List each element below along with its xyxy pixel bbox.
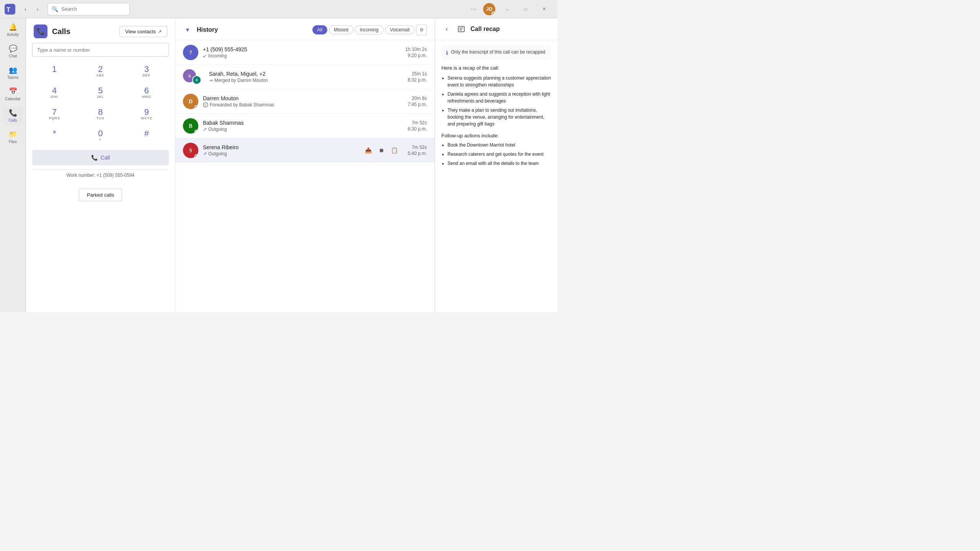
notes-icon: 📋 <box>391 147 398 154</box>
dial-key-5[interactable]: 5 JKL <box>78 83 122 103</box>
history-item[interactable]: ? +1 (509) 555-4925 ↙ Incoming 1h 10m 2s… <box>175 40 434 65</box>
avatar-stack: D <box>183 94 198 109</box>
dial-key-2[interactable]: 2 ABC <box>78 61 122 81</box>
history-item-meta: 7m 52s 5:40 p.m. <box>408 145 427 156</box>
sidebar: 🔔 Activity 💬 Chat 👥 Teams 📅 Calendar 📞 C… <box>0 18 26 312</box>
history-item-info: Babak Shammas ↗ Outgoing <box>203 120 403 132</box>
history-item[interactable]: D Darren Mouton F Forwa <box>175 89 434 114</box>
filter-options-button[interactable]: ⚙ <box>416 24 427 35</box>
more-options-button[interactable]: ··· <box>468 3 480 15</box>
history-item-meta: 20m 8s 7:45 p.m. <box>408 96 427 107</box>
dial-key-3[interactable]: 3 DEF <box>124 61 169 81</box>
dial-key-7[interactable]: 7 PQRS <box>32 104 77 124</box>
sidebar-item-files[interactable]: 📁 Files <box>3 127 23 147</box>
recap-back-button[interactable]: ‹ <box>441 24 452 34</box>
outgoing-icon: ↗ <box>203 151 207 156</box>
call-button-icon: 📞 <box>91 155 98 161</box>
calendar-icon: 📅 <box>9 87 17 96</box>
history-item[interactable]: S R Sarah, Reta, Miguel, +2 ⇒ Merged <box>175 65 434 89</box>
search-input[interactable] <box>61 6 126 12</box>
dial-key-8[interactable]: 8 TUV <box>78 104 122 124</box>
dial-key-star[interactable]: * <box>32 126 77 145</box>
dial-key-0[interactable]: 0 + <box>78 126 122 145</box>
sidebar-item-teams[interactable]: 👥 Teams <box>3 63 23 83</box>
outgoing-icon: ↗ <box>203 127 207 132</box>
sidebar-item-activity[interactable]: 🔔 Activity <box>3 20 23 40</box>
svg-text:?: ? <box>189 50 192 55</box>
sidebar-item-calendar[interactable]: 📅 Calendar <box>3 84 23 104</box>
recap-title: Call recap <box>470 26 500 33</box>
filter-tab-missed[interactable]: Missed <box>329 25 353 34</box>
history-item-sub: ↗ Outgoing <box>203 127 403 132</box>
svg-text:F: F <box>204 103 206 106</box>
recap-button[interactable]: ⏺ <box>376 145 387 156</box>
sidebar-item-chat[interactable]: 💬 Chat <box>3 41 23 61</box>
teams-icon: 👥 <box>9 66 17 74</box>
list-item: Book the Downtown Marriot hotel <box>448 142 551 148</box>
svg-text:D: D <box>189 99 193 104</box>
dial-key-9[interactable]: 9 WXYZ <box>124 104 169 124</box>
view-contacts-label: View contacts <box>125 29 156 34</box>
history-time: 6:30 p.m. <box>408 126 427 132</box>
history-time: 5:40 p.m. <box>408 151 427 156</box>
search-bar: 🔍 <box>47 3 130 15</box>
call-sub-label: Outgoing <box>208 127 227 132</box>
back-button[interactable]: ‹ <box>20 4 31 15</box>
nav-arrows: ‹ › <box>20 4 43 15</box>
sidebar-teams-label: Teams <box>7 75 18 80</box>
avatar-stack: S R <box>183 69 201 85</box>
list-item: Research caterers and get quotes for the… <box>448 151 551 158</box>
svg-text:S: S <box>188 73 191 78</box>
recap-followup-title: Follow-up actions include: <box>441 133 551 139</box>
notes-button[interactable]: 📋 <box>389 145 400 156</box>
dialpad: 1 2 ABC 3 DEF 4 GHI 5 JKL <box>32 61 169 145</box>
sidebar-calls-label: Calls <box>8 118 17 122</box>
history-item-active[interactable]: S Serena Ribeiro ↗ Outgoing 📤 <box>175 138 434 163</box>
svg-text:R: R <box>196 78 198 82</box>
teams-logo-icon: T <box>5 4 15 15</box>
maximize-button[interactable]: □ <box>517 3 534 15</box>
history-duration: 25m 1s <box>408 71 427 77</box>
forward-button[interactable]: › <box>32 4 43 15</box>
history-item-sub: ⇒ Merged by Darren Mouton <box>209 78 403 83</box>
merged-icon: ⇒ <box>209 78 213 83</box>
history-item-name: Babak Shammas <box>203 120 403 126</box>
dial-key-4[interactable]: 4 GHI <box>32 83 77 103</box>
title-bar-left: T ‹ › 🔍 <box>5 3 130 15</box>
history-toggle-button[interactable]: ▼ <box>183 25 192 34</box>
dial-key-6[interactable]: 6 MNO <box>124 83 169 103</box>
recap-summary-list: Serena suggests planning a customer appr… <box>441 75 551 127</box>
call-back-button[interactable]: 📤 <box>363 145 374 156</box>
svg-text:S: S <box>189 148 192 153</box>
view-contacts-button[interactable]: View contacts ↗ <box>119 26 167 37</box>
recap-header-icon <box>456 24 467 34</box>
filter-tab-voicemail[interactable]: Voicemail <box>385 25 415 34</box>
work-number-text: Work number: +1 (509) 555-0594 <box>67 173 135 178</box>
history-time: 9:20 p.m. <box>405 53 427 58</box>
list-item: They make a plan to sending out invitati… <box>448 107 551 127</box>
filter-tab-all[interactable]: All <box>312 25 327 34</box>
recap-header: ‹ Call recap <box>435 18 557 40</box>
avatar-secondary: R <box>192 75 201 85</box>
history-item-sub: ↙ Incoming <box>203 53 401 59</box>
minimize-button[interactable]: – <box>498 3 516 15</box>
history-item-name: Darren Mouton <box>203 95 403 101</box>
callback-icon: 📤 <box>365 147 372 154</box>
dial-key-hash[interactable]: # <box>124 126 169 145</box>
close-button[interactable]: ✕ <box>535 3 553 15</box>
filter-tab-incoming[interactable]: Incoming <box>355 25 384 34</box>
history-title: History <box>197 26 218 33</box>
call-button[interactable]: 📞 Call <box>32 150 169 165</box>
dial-key-1[interactable]: 1 <box>32 61 77 81</box>
history-item[interactable]: B Babak Shammas ↗ Outgoing 7m 52s 6:30 p… <box>175 114 434 138</box>
sidebar-item-calls[interactable]: 📞 Calls <box>3 106 23 126</box>
number-input[interactable] <box>32 43 169 57</box>
recap-followup-list: Book the Downtown Marriot hotel Research… <box>441 142 551 167</box>
app-body: 🔔 Activity 💬 Chat 👥 Teams 📅 Calendar 📞 C… <box>0 18 557 312</box>
user-avatar-button[interactable]: JD <box>483 3 495 15</box>
parked-calls-label: Parked calls <box>87 192 114 198</box>
parked-calls-button[interactable]: Parked calls <box>79 189 122 201</box>
external-link-icon: ↗ <box>158 29 162 34</box>
status-indicator <box>194 105 198 109</box>
status-indicator <box>194 154 198 158</box>
